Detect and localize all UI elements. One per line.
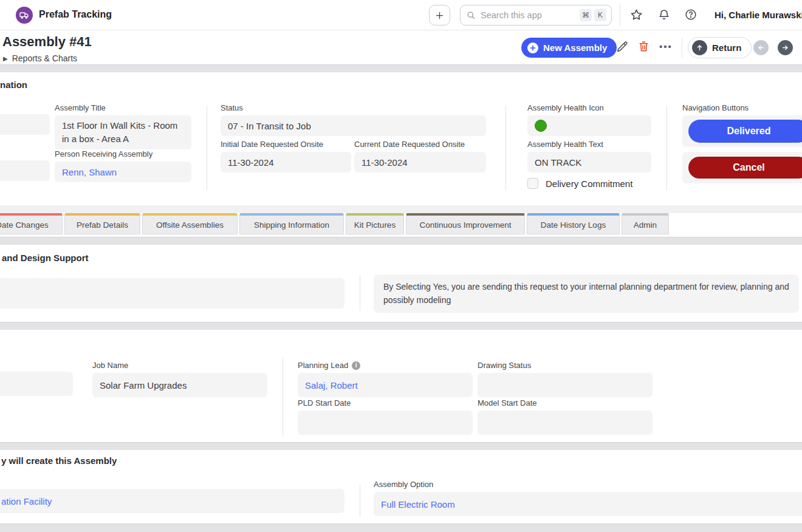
column-divider xyxy=(283,358,283,436)
job-name-group: Job Name Solar Farm Upgrades xyxy=(92,361,267,397)
column-divider xyxy=(360,275,360,311)
breadcrumb-arrow-icon: ▶ xyxy=(3,55,8,62)
facility-field: ation Facility xyxy=(0,489,344,513)
tab-prefab-details[interactable]: Prefab Details xyxy=(64,213,140,234)
tab-label: Offsite Assemblies xyxy=(156,220,224,230)
favorite-star-icon[interactable] xyxy=(630,9,643,24)
facility-section-title: y will create this Assembly xyxy=(1,455,117,466)
return-label: Return xyxy=(712,43,741,53)
design-support-field xyxy=(0,278,344,309)
health-status-green-dot-icon xyxy=(535,120,547,132)
search-icon xyxy=(467,11,476,20)
delivered-button[interactable]: Delivered xyxy=(688,120,802,143)
assembly-title-value: 1st Floor In Wall Kits - Room in a box -… xyxy=(55,115,191,149)
facility-link[interactable]: ation Facility xyxy=(1,496,52,506)
tab-date-changes[interactable]: Date Changes xyxy=(0,213,63,234)
planning-lead-link[interactable]: Salaj, Robert xyxy=(305,380,358,390)
person-receiving-link[interactable]: Renn, Shawn xyxy=(62,167,117,177)
assembly-option-link[interactable]: Full Electric Room xyxy=(381,499,455,510)
search-input[interactable]: Search this app ⌘ K xyxy=(460,5,612,26)
tab-offsite-assemblies[interactable]: Offsite Assemblies xyxy=(142,213,238,234)
more-options-icon[interactable]: ••• xyxy=(659,41,673,52)
health-text-label: Assembly Health Text xyxy=(527,140,651,149)
tab-label: Prefab Details xyxy=(77,220,128,230)
tab-continuous-improvement[interactable]: Continuous Improvement xyxy=(406,213,525,234)
tab-kit-pictures[interactable]: Kit Pictures xyxy=(346,213,404,234)
initial-date-group: Initial Date Requested Onsite 11-30-2024 xyxy=(221,140,351,172)
previous-record-button[interactable] xyxy=(753,40,769,55)
assembly-title-label: Assembly Title xyxy=(55,103,191,112)
assembly-option-group: Assembly Option Full Electric Room xyxy=(374,480,802,516)
help-icon[interactable] xyxy=(685,9,697,23)
topbar-divider xyxy=(620,4,620,26)
k-key-icon: K xyxy=(594,9,606,21)
column-divider xyxy=(506,106,506,191)
command-key-icon: ⌘ xyxy=(580,9,592,21)
navigation-buttons-group: Navigation Buttons Delivered Cancel xyxy=(682,103,802,183)
assembly-title-group: Assembly Title 1st Floor In Wall Kits - … xyxy=(55,103,191,149)
app-window: Prefab Tracking Search this app ⌘ K Hi, … xyxy=(0,0,802,532)
drawing-status-value xyxy=(478,373,653,397)
global-add-button[interactable] xyxy=(429,5,450,26)
cutoff-field-2 xyxy=(0,160,50,181)
breadcrumb[interactable]: ▶ Reports & Charts xyxy=(3,53,77,63)
health-text-value: ON TRACK xyxy=(527,152,651,172)
plus-icon xyxy=(435,11,444,20)
cancel-button[interactable]: Cancel xyxy=(688,157,802,179)
delivery-commitment-group: Delivery Commitment xyxy=(527,178,632,189)
delivery-commitment-label: Delivery Commitment xyxy=(546,179,632,189)
person-receiving-group: Person Receiving Assembly Renn, Shawn xyxy=(55,149,191,182)
return-up-arrow-icon xyxy=(692,40,707,55)
status-label: Status xyxy=(221,103,486,112)
record-tabs: Date Changes Prefab Details Offsite Asse… xyxy=(0,213,669,234)
initial-date-value: 11-30-2024 xyxy=(221,152,351,172)
return-button[interactable]: Return xyxy=(688,37,752,58)
section-separator xyxy=(0,322,802,330)
header-divider xyxy=(682,38,682,58)
design-support-section-title: and Design Support xyxy=(2,253,89,263)
user-greeting[interactable]: Hi, Charlie Murawski xyxy=(715,10,802,20)
tab-label: Admin xyxy=(634,220,657,230)
app-title: Prefab Tracking xyxy=(39,9,112,20)
tab-label: Continuous Improvement xyxy=(420,220,512,230)
initial-date-label: Initial Date Requested Onsite xyxy=(221,140,351,149)
navigation-buttons-label: Navigation Buttons xyxy=(682,103,802,112)
plus-circle-icon xyxy=(527,43,538,53)
delivery-commitment-checkbox[interactable] xyxy=(527,178,538,189)
planning-lead-label: Planning Lead xyxy=(298,361,348,370)
section-separator xyxy=(0,442,802,450)
breadcrumb-label: Reports & Charts xyxy=(12,53,77,63)
current-date-group: Current Date Requested Onsite 11-30-2024 xyxy=(354,140,486,172)
edit-pencil-icon[interactable] xyxy=(616,40,629,55)
tab-label: Date History Logs xyxy=(541,220,606,230)
planning-lead-group: Planning Lead i Salaj, Robert xyxy=(298,361,473,397)
cutoff-field-1 xyxy=(0,114,50,135)
section-separator xyxy=(0,237,802,245)
section-separator xyxy=(0,523,802,532)
delete-trash-icon[interactable] xyxy=(638,40,649,55)
drawing-status-label: Drawing Status xyxy=(478,361,653,370)
tab-label: Kit Pictures xyxy=(354,220,396,230)
health-text-group: Assembly Health Text ON TRACK xyxy=(527,140,651,172)
model-start-date-group: Model Start Date xyxy=(478,398,653,435)
tab-admin[interactable]: Admin xyxy=(622,213,669,234)
current-date-value: 11-30-2024 xyxy=(354,152,486,172)
app-logo-truck-icon[interactable] xyxy=(16,7,33,24)
information-section-title: nation xyxy=(0,80,27,90)
section-separator xyxy=(0,64,802,72)
tab-shipping-information[interactable]: Shipping Information xyxy=(239,213,344,234)
top-app-bar: Prefab Tracking Search this app ⌘ K Hi, … xyxy=(0,0,802,30)
assembly-option-label: Assembly Option xyxy=(374,480,802,489)
pld-start-date-label: PLD Start Date xyxy=(298,398,473,408)
status-group: Status 07 - In Transit to Job xyxy=(221,103,486,136)
next-record-button[interactable] xyxy=(778,40,793,55)
tab-date-history-logs[interactable]: Date History Logs xyxy=(527,213,620,234)
notifications-bell-icon[interactable] xyxy=(658,9,670,23)
pld-start-date-value xyxy=(298,411,473,435)
new-assembly-button[interactable]: New Assembly xyxy=(521,38,617,58)
design-support-helper-text: By Selecting Yes, you are sending this r… xyxy=(374,275,799,313)
info-icon[interactable]: i xyxy=(352,361,360,370)
job-name-label: Job Name xyxy=(92,361,267,370)
column-divider xyxy=(360,485,360,517)
health-icon-group: Assembly Health Icon xyxy=(527,103,651,136)
